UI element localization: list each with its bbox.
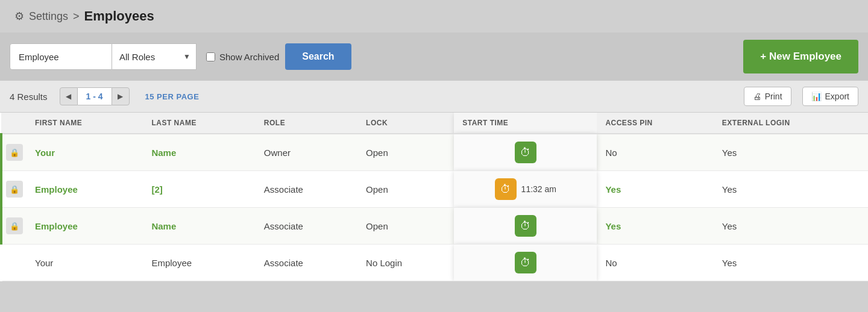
lock-status-cell: Open <box>357 171 454 208</box>
role-cell: Associate <box>256 208 357 245</box>
clock-button[interactable]: ⏱ <box>495 178 517 200</box>
per-page-label: 15 PER PAGE <box>145 92 200 101</box>
col-access-pin: ACCESS PIN <box>597 113 713 134</box>
role-cell: Associate <box>256 171 357 208</box>
start-time-cell[interactable]: ⏱ <box>454 134 597 171</box>
lock-icon: 🔒 <box>6 181 23 198</box>
access-pin-value: Yes <box>605 184 621 195</box>
lock-status-cell: Open <box>357 134 454 171</box>
print-button[interactable]: 🖨 Print <box>744 87 791 106</box>
start-time-text: 11:32 am <box>521 184 556 194</box>
employee-search-input[interactable] <box>10 43 112 70</box>
access-pin-value: No <box>605 148 617 158</box>
lock-icon: 🔒 <box>6 217 23 234</box>
last-name-cell: Employee <box>143 245 255 281</box>
external-login-cell: Yes <box>714 134 868 171</box>
table-row: 🔒YourNameOwnerOpen⏱NoYes <box>1 134 868 171</box>
print-icon: 🖨 <box>753 92 761 101</box>
first-name-link[interactable]: Your <box>35 148 55 158</box>
export-label: Export <box>825 92 849 101</box>
results-count: 4 Results <box>10 92 48 102</box>
breadcrumb-bar: ⚙ Settings > Employees <box>0 0 868 33</box>
filter-bar: All Roles Owner Manager Associate ▼ Show… <box>0 33 868 81</box>
role-cell: Associate <box>256 245 357 281</box>
start-time-cell[interactable]: ⏱11:32 am <box>454 171 597 208</box>
show-archived-label[interactable]: Show Archived <box>206 52 279 62</box>
table-row: 🔒EmployeeNameAssociateOpen⏱YesYes <box>1 208 868 245</box>
access-pin-cell: Yes <box>597 208 713 245</box>
col-start-time: START TIME <box>454 113 597 134</box>
show-archived-text: Show Archived <box>219 52 279 62</box>
lock-icon-cell: 🔒 <box>1 134 27 171</box>
employees-table-wrap: FIRST NAME LAST NAME ROLE LOCK START TIM… <box>0 113 868 281</box>
first-name-link[interactable]: Employee <box>35 221 78 231</box>
access-pin-value: No <box>605 258 617 268</box>
lock-icon-cell: 🔒 <box>1 208 27 245</box>
access-pin-cell: No <box>597 245 713 281</box>
clock-button[interactable]: ⏱ <box>515 142 536 163</box>
breadcrumb-separator: > <box>73 10 80 23</box>
first-name-cell[interactable]: Employee <box>27 171 143 208</box>
next-page-button[interactable]: ▶ <box>112 87 130 105</box>
col-lock-icon <box>1 113 27 134</box>
roles-select[interactable]: All Roles Owner Manager Associate <box>112 43 197 70</box>
lock-status-cell: No Login <box>357 245 454 281</box>
lock-icon-cell <box>1 245 27 281</box>
clock-button[interactable]: ⏱ <box>515 252 536 273</box>
first-name-cell[interactable]: Employee <box>27 208 143 245</box>
last-name-link[interactable]: Name <box>151 221 176 231</box>
access-pin-cell: Yes <box>597 171 713 208</box>
col-last-name: LAST NAME <box>143 113 255 134</box>
search-button[interactable]: Search <box>285 43 351 70</box>
external-login-cell: Yes <box>714 208 868 245</box>
export-icon: 📊 <box>811 92 822 101</box>
roles-select-wrap: All Roles Owner Manager Associate ▼ <box>112 43 197 70</box>
col-lock: LOCK <box>357 113 454 134</box>
external-login-cell: Yes <box>714 171 868 208</box>
results-bar: 4 Results ◀ 1 - 4 ▶ 15 PER PAGE 🖨 Print … <box>0 81 868 113</box>
lock-status-cell: Open <box>357 208 454 245</box>
employees-table: FIRST NAME LAST NAME ROLE LOCK START TIM… <box>0 113 868 281</box>
first-name-cell[interactable]: Your <box>27 134 143 171</box>
page-title: Employees <box>84 8 154 24</box>
access-pin-cell: No <box>597 134 713 171</box>
last-name-link[interactable]: [2] <box>151 184 162 195</box>
col-role: ROLE <box>256 113 357 134</box>
last-name-cell[interactable]: Name <box>143 208 255 245</box>
external-login-cell: Yes <box>714 245 868 281</box>
first-name-link[interactable]: Employee <box>35 184 78 195</box>
lock-icon: 🔒 <box>6 144 23 161</box>
start-time-cell[interactable]: ⏱ <box>454 245 597 281</box>
table-header-row: FIRST NAME LAST NAME ROLE LOCK START TIM… <box>1 113 868 134</box>
pagination: ◀ 1 - 4 ▶ <box>60 87 130 105</box>
last-name-link[interactable]: Name <box>151 148 176 158</box>
settings-link[interactable]: Settings <box>29 10 68 23</box>
first-name-cell: Your <box>27 245 143 281</box>
lock-icon-cell: 🔒 <box>1 171 27 208</box>
col-external-login: EXTERNAL LOGIN <box>714 113 868 134</box>
last-name-cell[interactable]: Name <box>143 134 255 171</box>
col-first-name: FIRST NAME <box>27 113 143 134</box>
table-body: 🔒YourNameOwnerOpen⏱NoYes🔒Employee[2]Asso… <box>1 134 868 281</box>
clock-button[interactable]: ⏱ <box>515 215 536 237</box>
start-time-cell[interactable]: ⏱ <box>454 208 597 245</box>
table-row: 🔒Employee[2]AssociateOpen⏱11:32 amYesYes <box>1 171 868 208</box>
access-pin-value: Yes <box>605 221 621 231</box>
gear-icon: ⚙ <box>14 10 24 23</box>
page-range: 1 - 4 <box>78 87 112 105</box>
role-cell: Owner <box>256 134 357 171</box>
show-archived-checkbox[interactable] <box>206 52 215 61</box>
new-employee-button[interactable]: + New Employee <box>743 40 858 73</box>
table-row: YourEmployeeAssociateNo Login⏱NoYes <box>1 245 868 281</box>
print-label: Print <box>765 92 782 101</box>
export-button[interactable]: 📊 Export <box>802 87 858 106</box>
prev-page-button[interactable]: ◀ <box>60 87 78 105</box>
last-name-cell[interactable]: [2] <box>143 171 255 208</box>
